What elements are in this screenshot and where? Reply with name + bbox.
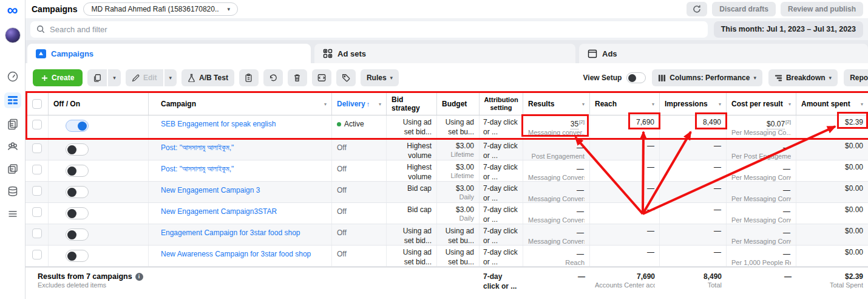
actions-toolbar: Create ▾ Edit ▾ A/B Test [25,63,868,92]
row-checkbox[interactable] [32,143,42,153]
meta-logo-icon[interactable]: ∞ [7,1,18,19]
overview-gauge-icon[interactable] [6,70,19,83]
campaign-toggle[interactable] [66,229,89,241]
tab-ads[interactable]: Ads [579,44,868,63]
reach-cell: 7,690 [590,115,660,139]
budget-cell: $3.00Lifetime [437,160,480,181]
row-checkbox[interactable] [32,120,42,129]
cost-per-result-cell: —Per Messaging Conv... [727,160,796,181]
campaign-link[interactable]: New Engagement Campaign3STAR [161,207,277,216]
header-cost-per-result[interactable]: Cost per result▾ [727,93,796,115]
search-box [30,21,708,38]
sort-caret-icon: ▾ [324,101,327,107]
results-cell: —Messaging Conversa... [523,182,590,202]
view-setup-toggle[interactable] [626,72,646,83]
reach-cell: — [590,182,660,202]
table-row: New Awareness Campaign for 3star food sh… [25,246,868,267]
ab-test-button[interactable]: A/B Test [181,69,234,86]
campaign-toggle[interactable] [66,207,89,219]
header-delivery[interactable]: Delivery↑▾ [332,93,387,115]
row-checkbox[interactable] [32,186,42,196]
campaign-toggle[interactable] [66,143,89,156]
row-checkbox[interactable] [32,207,42,217]
user-avatar[interactable] [5,27,21,43]
campaign-link[interactable]: Engagement Campaign for 3star food shop [161,229,300,237]
budget-cell: $3.00Daily [437,203,480,224]
cost-per-result-cell: $0.07[2]Per Messaging Co... [727,115,796,139]
menu-icon[interactable] [6,207,19,221]
header-amount-spent[interactable]: Amount spent▾ [796,93,868,115]
campaign-toggle[interactable] [66,165,89,177]
header-budget[interactable]: Budget [437,93,480,115]
campaign-toggle[interactable] [66,120,89,132]
budget-cell: $3.00Lifetime [437,139,480,160]
active-dot-icon [337,122,341,126]
campaign-link[interactable]: New Awareness Campaign for 3star food sh… [161,250,311,258]
budget-cell: Using ad set bu... [437,115,480,139]
campaign-link[interactable]: Post: "আসসালামু আলাইকুম," [161,165,234,173]
main-area: Campaigns MD Rahad Ahmed Rafi (158361708… [25,0,868,299]
toggle-knob [67,209,76,218]
ad-account-selector[interactable]: MD Rahad Ahmed Rafi (15836170820.. ▾ [83,2,238,16]
bid-strategy-cell: Using ad set bid... [387,246,437,266]
impressions-cell: — [660,182,727,202]
impressions-cell: — [660,224,727,245]
campaign-link[interactable]: Post: "আসসালামু আলাইকুম," [161,143,234,152]
pages-icon[interactable] [6,117,19,131]
rules-button[interactable]: Rules▾ [361,69,399,86]
toggle-knob [67,167,76,176]
footer-cost: — [727,267,796,297]
refresh-button[interactable] [687,2,707,16]
date-range-selector[interactable]: This month: Jul 1, 2023 – Jul 31, 2023 [714,21,863,38]
create-button[interactable]: Create [33,69,83,86]
header-impressions[interactable]: Impressions▾ [660,93,727,115]
duplicate-button[interactable] [87,69,107,86]
reports-button[interactable]: Reports▾ [844,69,868,86]
campaigns-table-icon[interactable] [4,92,21,108]
table-row: Engagement Campaign for 3star food shop … [25,224,868,246]
results-cell: —Messaging Conversa... [523,224,590,245]
header-results[interactable]: Results▾ [523,93,590,115]
undo-button[interactable] [263,69,283,86]
info-icon[interactable] [135,273,143,281]
footer-attribution: 7-day click or ... [480,267,523,297]
tag-button[interactable] [336,69,356,86]
campaign-link[interactable]: SEB Engagement for speak english [161,120,276,128]
select-all-checkbox[interactable] [32,99,42,109]
tab-campaigns[interactable]: Campaigns [27,44,311,63]
campaign-toggle[interactable] [66,250,89,262]
attribution-cell: 7-day click or ... [480,160,523,181]
search-input[interactable] [50,25,702,34]
header-campaign[interactable]: Campaign▾ [149,93,332,115]
discard-drafts-button[interactable]: Discard drafts [712,2,776,16]
header-reach[interactable]: Reach▾ [590,93,660,115]
header-bid-strategy[interactable]: Bid strategy [387,93,437,115]
export-import-button[interactable] [312,69,331,86]
edit-caret-button[interactable]: ▾ [164,69,177,86]
row-checkbox[interactable] [32,165,42,174]
edit-button[interactable]: Edit [126,69,163,86]
campaign-toggle[interactable] [66,186,89,198]
header-attribution[interactable]: Attribution setting [480,93,523,115]
campaign-link[interactable]: New Engagement Campaign 3 [161,186,260,194]
tab-ad-sets[interactable]: Ad sets [314,44,575,63]
attribution-cell: 7-day click or ... [480,115,523,139]
delete-button[interactable] [288,69,307,86]
columns-button[interactable]: Columns: Performance▾ [652,69,762,86]
results-cell: —Messaging Conversa... [523,203,590,224]
results-cell: —Reach [523,246,590,266]
attribution-cell: 7-day click or ... [480,203,523,224]
review-and-publish-button[interactable]: Review and publish [781,2,863,16]
delivery-status: Off [337,184,381,195]
duplicate-caret-button[interactable]: ▾ [108,69,121,86]
audiences-icon[interactable] [6,140,19,153]
table-row: SEB Engagement for speak english Active … [25,115,868,139]
ads-reporting-icon[interactable] [6,162,19,176]
ad-sets-grid-icon [323,49,333,58]
row-checkbox[interactable] [32,250,42,259]
billing-icon[interactable] [6,185,19,198]
clipboard-button[interactable] [239,69,259,86]
row-checkbox[interactable] [32,229,42,238]
impressions-cell: 8,490 [660,115,727,139]
breakdown-button[interactable]: Breakdown▾ [768,69,838,86]
